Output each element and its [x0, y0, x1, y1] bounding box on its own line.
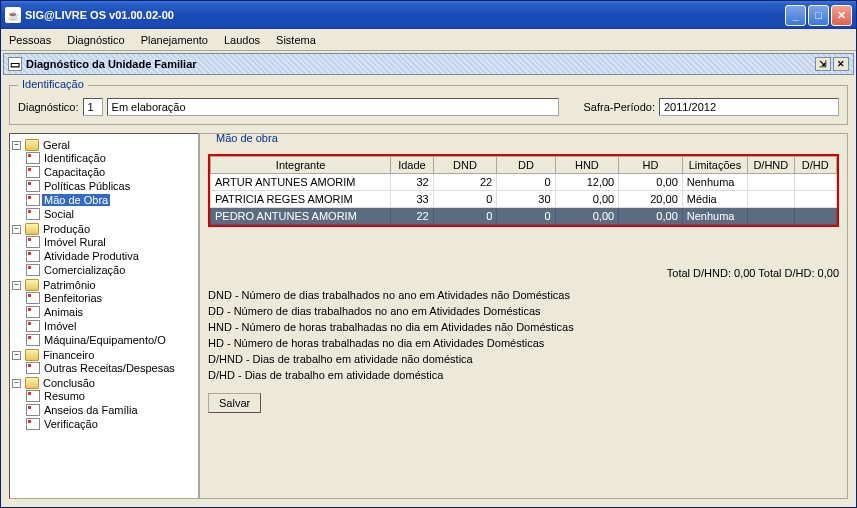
tree-node-imovel[interactable]: Imóvel — [26, 320, 196, 332]
diag-label: Diagnóstico: — [18, 101, 79, 113]
doc-icon — [26, 306, 40, 318]
tree-node-patrimonio[interactable]: −Patrimônio — [12, 279, 196, 291]
data-table-wrap: Integrante Idade DND DD HND HD Limitaçõe… — [208, 154, 839, 227]
legend-hd: HD - Número de horas trabalhadas no dia … — [208, 337, 839, 349]
col-idade[interactable]: Idade — [391, 157, 433, 174]
tree-node-mao-obra[interactable]: Mão de Obra — [26, 194, 196, 206]
tree-node-geral[interactable]: −Geral — [12, 139, 196, 151]
maximize-button[interactable]: □ — [808, 5, 829, 26]
col-dhd[interactable]: D/HD — [794, 157, 836, 174]
subwindow-title: Diagnóstico da Unidade Familiar — [26, 58, 197, 70]
doc-icon — [26, 418, 40, 430]
doc-icon — [26, 180, 40, 192]
diag-status: Em elaboração — [107, 98, 560, 116]
doc-icon — [26, 362, 40, 374]
legend-hnd: HND - Número de horas trabalhadas no dia… — [208, 321, 839, 333]
tree-node-resumo[interactable]: Resumo — [26, 390, 196, 402]
col-hd[interactable]: HD — [619, 157, 683, 174]
col-dnd[interactable]: DND — [433, 157, 497, 174]
java-icon: ☕ — [5, 7, 21, 23]
tree-node-animais[interactable]: Animais — [26, 306, 196, 318]
tree-node-conclusao[interactable]: −Conclusão — [12, 377, 196, 389]
folder-icon — [25, 377, 39, 389]
diag-value: 1 — [83, 98, 103, 116]
col-limitacoes[interactable]: Limitações — [682, 157, 747, 174]
tree-node-benfeitorias[interactable]: Benfeitorias — [26, 292, 196, 304]
tree-node-identificacao[interactable]: Identificação — [26, 152, 196, 164]
menu-laudos[interactable]: Laudos — [224, 34, 260, 46]
collapse-icon[interactable]: − — [12, 379, 21, 388]
folder-icon — [25, 349, 39, 361]
identification-legend: Identificação — [18, 78, 88, 90]
doc-icon — [26, 166, 40, 178]
safra-value: 2011/2012 — [659, 98, 839, 116]
folder-icon — [25, 139, 39, 151]
folder-icon — [25, 279, 39, 291]
tree-node-capacitacao[interactable]: Capacitação — [26, 166, 196, 178]
tree-node-atividade[interactable]: Atividade Produtiva — [26, 250, 196, 262]
legend-dhd: D/HD - Dias de trabalho em atividade dom… — [208, 369, 839, 381]
collapse-icon[interactable]: − — [12, 141, 21, 150]
doc-icon — [26, 264, 40, 276]
collapse-icon[interactable]: − — [12, 351, 21, 360]
table-row[interactable]: ARTUR ANTUNES AMORIM 32 22 0 12,00 0,00 … — [211, 174, 837, 191]
subwindow-close-button[interactable]: ✕ — [833, 57, 849, 71]
save-button[interactable]: Salvar — [208, 393, 261, 413]
tree-panel[interactable]: −Geral Identificação Capacitação Polític… — [9, 133, 199, 499]
doc-icon — [26, 236, 40, 248]
main-legend: Mão de obra — [212, 133, 282, 144]
menubar: Pessoas Diagnóstico Planejamento Laudos … — [1, 29, 856, 51]
main-panel: Mão de obra Integrante Idade DND DD HND … — [199, 133, 848, 499]
col-hnd[interactable]: HND — [555, 157, 619, 174]
doc-icon — [26, 390, 40, 402]
col-dd[interactable]: DD — [497, 157, 555, 174]
app-window: ☕ SIG@LIVRE OS v01.00.02-00 _ □ ✕ Pessoa… — [0, 0, 857, 508]
menu-diagnostico[interactable]: Diagnóstico — [67, 34, 124, 46]
doc-icon — [26, 208, 40, 220]
subwindow-restore-button[interactable]: ⇲ — [815, 57, 831, 71]
tree-node-imovel-rural[interactable]: Imóvel Rural — [26, 236, 196, 248]
safra-label: Safra-Período: — [583, 101, 655, 113]
close-button[interactable]: ✕ — [831, 5, 852, 26]
tree-node-comercializacao[interactable]: Comercialização — [26, 264, 196, 276]
identification-fieldset: Identificação Diagnóstico: 1 Em elaboraç… — [9, 85, 848, 125]
tree-node-social[interactable]: Social — [26, 208, 196, 220]
col-integrante[interactable]: Integrante — [211, 157, 391, 174]
legend-dhnd: D/HND - Dias de trabalho em atividade nã… — [208, 353, 839, 365]
collapse-icon[interactable]: − — [12, 281, 21, 290]
tree-node-anseios[interactable]: Anseios da Família — [26, 404, 196, 416]
legend-dnd: DND - Número de dias trabalhados no ano … — [208, 289, 839, 301]
tree-node-producao[interactable]: −Produção — [12, 223, 196, 235]
folder-icon — [25, 223, 39, 235]
menu-pessoas[interactable]: Pessoas — [9, 34, 51, 46]
menu-sistema[interactable]: Sistema — [276, 34, 316, 46]
collapse-icon[interactable]: − — [12, 225, 21, 234]
legend-definitions: DND - Número de dias trabalhados no ano … — [208, 289, 839, 381]
legend-dd: DD - Número de dias trabalhados no ano e… — [208, 305, 839, 317]
mao-de-obra-table[interactable]: Integrante Idade DND DD HND HD Limitaçõe… — [210, 156, 837, 225]
col-dhnd[interactable]: D/HND — [748, 157, 794, 174]
table-row[interactable]: PATRICIA REGES AMORIM 33 0 30 0,00 20,00… — [211, 191, 837, 208]
tree-node-financeiro[interactable]: −Financeiro — [12, 349, 196, 361]
tree-node-outras-receitas[interactable]: Outras Receitas/Despesas — [26, 362, 196, 374]
totals-label: Total D/HND: 0,00 Total D/HD: 0,00 — [208, 267, 839, 279]
minimize-button[interactable]: _ — [785, 5, 806, 26]
menu-planejamento[interactable]: Planejamento — [141, 34, 208, 46]
window-title: SIG@LIVRE OS v01.00.02-00 — [25, 9, 174, 21]
subwindow-icon: ▭ — [8, 57, 22, 71]
doc-icon — [26, 250, 40, 262]
tree-node-maquina[interactable]: Máquina/Equipamento/O — [26, 334, 196, 346]
doc-icon — [26, 292, 40, 304]
doc-icon — [26, 320, 40, 332]
subwindow-titlebar: ▭ Diagnóstico da Unidade Familiar ⇲ ✕ — [3, 53, 854, 75]
doc-icon — [26, 334, 40, 346]
tree-node-politicas[interactable]: Políticas Públicas — [26, 180, 196, 192]
doc-icon — [26, 194, 40, 206]
table-row[interactable]: PEDRO ANTUNES AMORIM 22 0 0 0,00 0,00 Ne… — [211, 208, 837, 225]
table-header-row: Integrante Idade DND DD HND HD Limitaçõe… — [211, 157, 837, 174]
titlebar: ☕ SIG@LIVRE OS v01.00.02-00 _ □ ✕ — [1, 1, 856, 29]
doc-icon — [26, 404, 40, 416]
doc-icon — [26, 152, 40, 164]
tree-node-verificacao[interactable]: Verificação — [26, 418, 196, 430]
